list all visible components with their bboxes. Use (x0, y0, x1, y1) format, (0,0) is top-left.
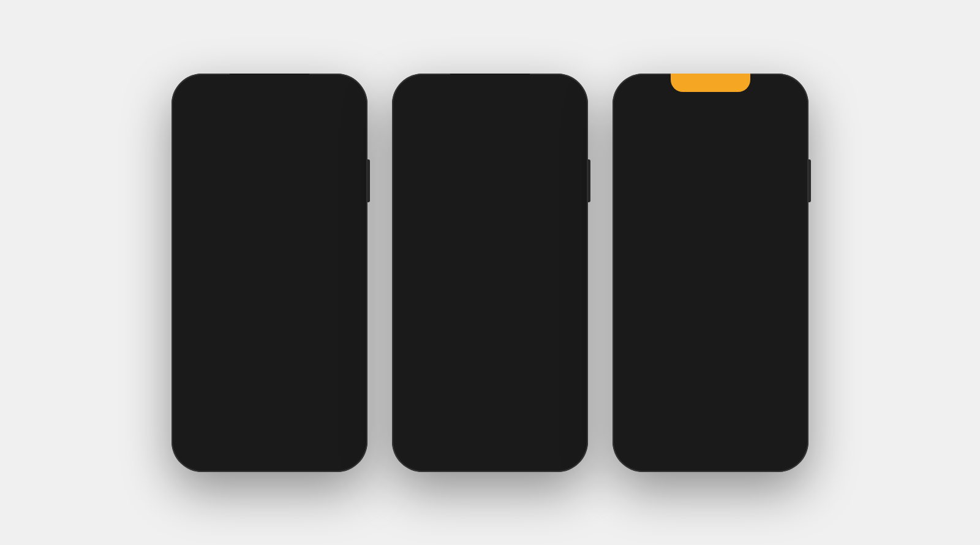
dot-2 (709, 308, 712, 312)
dot-1 (702, 308, 706, 312)
search-bar-wrapper: ‹ Search for advice (398, 107, 582, 135)
svg-point-50 (736, 348, 771, 383)
cat-icon-4 (538, 373, 565, 400)
hero-text-area: The Wake Up Press play The case for sche… (185, 223, 354, 290)
tag-sleep[interactable]: sleep (458, 139, 494, 154)
back-button-3[interactable]: ‹ (628, 109, 633, 125)
phone-2: 12:52 ▲▲▲ WiFi ▮ ‹ Search for advice (392, 74, 588, 472)
play-icon: ▶ (252, 274, 258, 284)
cat-label-3: Anger, sadness, and growth (415, 330, 538, 351)
svg-point-22 (553, 244, 556, 247)
svg-line-17 (431, 121, 433, 123)
tag-focus[interactable]: focus (499, 139, 535, 154)
signal-icon-3: ▲▲▲ (748, 93, 766, 99)
svg-point-54 (757, 362, 760, 365)
meditate-icon: ○ (229, 427, 236, 441)
bottom-card[interactable] (628, 437, 793, 465)
dot-indicators (628, 308, 793, 312)
recent-name-0: Northwest Rainforest (227, 341, 339, 351)
time-2: 12:52 (413, 91, 435, 101)
status-icons-1: ▲▲▲ WiFi ▮ (307, 93, 347, 99)
watch-button[interactable]: ▶ Watch (232, 268, 307, 290)
recent-meta-0: 🔊 Sleepcast · 45 min (227, 351, 339, 359)
tab-sleep[interactable]: ☽ Sleep (251, 427, 288, 449)
recent-section: Recent Northwest Rainforest (178, 302, 361, 414)
recent-name-1: Breathe (227, 387, 339, 397)
svg-rect-46 (662, 367, 674, 379)
phone3-desc: Begin your journey by learning the funda… (631, 127, 790, 148)
category-card-5[interactable]: Deepen your practice (405, 413, 575, 454)
tab-today[interactable]: ⊞ Today (178, 427, 214, 449)
hero-ball (222, 143, 239, 160)
category-card-3[interactable]: Anger, sadness, and growth (405, 319, 575, 361)
svg-point-24 (538, 288, 555, 297)
tab-focus[interactable]: ◎ Focus (325, 427, 361, 449)
category-card-0[interactable]: Politics without panic 💠 (405, 180, 575, 221)
category-card-6[interactable]: Focus at work (405, 459, 575, 466)
cat-label-4: Beginning meditation (415, 381, 509, 392)
hero-banner: The Wake Up Press play The case for sche… (185, 131, 354, 302)
search-input[interactable]: Search for advice (417, 110, 572, 129)
sleepcast-icon: 🔊 (227, 351, 235, 359)
svg-point-47 (667, 358, 669, 360)
profile-icon[interactable] (190, 109, 203, 126)
category-card-4[interactable]: Beginning meditation (405, 366, 575, 408)
cat-label-1: Weathering the storm (415, 242, 510, 252)
svg-point-53 (747, 362, 750, 365)
cat-label-5: Deepen your practice (415, 428, 509, 438)
recent-item-1[interactable]: Breathe › (190, 372, 349, 414)
sleep-icon: ☽ (264, 427, 275, 442)
cat-label-2: Reframe stress and relax (415, 288, 524, 299)
start-card-info-1: Basics 🔊 Course · 3–10 min Learn the fun… (714, 390, 793, 431)
svg-point-49 (674, 353, 684, 362)
tab-bar: ⊞ Today ○ Meditate ☽ Sleep ♡ Move ◎ Fo (178, 422, 361, 466)
phone-screen-1: 12:50 ▲▲▲ WiFi ▮ (178, 80, 361, 466)
start-card-title-0: Getting Started (628, 394, 707, 403)
basics-illustration (732, 344, 775, 387)
svg-point-6 (219, 218, 222, 221)
start-card-title-1: Basics (714, 394, 793, 403)
time-1: 12:50 (192, 91, 214, 101)
svg-text:💠: 💠 (544, 194, 559, 208)
recent-info-1: Breathe (227, 387, 339, 397)
back-button-2[interactable]: ‹ (408, 113, 412, 127)
expert-guidance-tag: ▶ Expert Guidance · 1 min (704, 286, 786, 297)
recent-thumb-0 (190, 335, 219, 365)
svg-point-27 (540, 376, 562, 398)
cat-label-0: Politics without panic (415, 195, 510, 205)
start-card-desc-0: Create the perfect conditions for your p… (628, 411, 707, 427)
svg-point-44 (725, 254, 733, 262)
search-icon[interactable] (337, 110, 349, 125)
tab-move[interactable]: ♡ Move (288, 427, 325, 449)
svg-point-16 (427, 116, 432, 121)
cat-icon-1 (538, 234, 565, 261)
search-placeholder: Search for advice (438, 115, 500, 124)
hero-subtitle: The Wake Up (185, 223, 354, 231)
recent-item-0[interactable]: Northwest Rainforest 🔊 Sleepcast · 45 mi… (190, 329, 349, 372)
hero-square2 (306, 147, 331, 172)
battery-icon-3: ▮ (784, 93, 788, 99)
wifi-icon-2: WiFi (548, 93, 561, 99)
chevron-icon-1: › (346, 387, 349, 398)
tab-meditate[interactable]: ○ Meditate (214, 427, 251, 449)
battery-icon-2: ▮ (564, 93, 567, 99)
category-card-1[interactable]: Weathering the storm (405, 226, 575, 268)
start-card-0[interactable]: Getting Started ▶ Expert Guidance · 1 mi… (628, 341, 707, 431)
svg-point-1 (339, 112, 346, 119)
svg-rect-26 (549, 342, 557, 351)
hero-desc: The case for scheduling some playtime th… (185, 253, 354, 261)
recent-info-0: Northwest Rainforest 🔊 Sleepcast · 45 mi… (227, 341, 339, 359)
category-card-2[interactable]: Reframe stress and relax (405, 273, 575, 314)
featured-card[interactable]: About the Basics (628, 188, 793, 303)
phone-screen-2: 12:52 ▲▲▲ WiFi ▮ ‹ Search for advice (398, 80, 582, 466)
phone3-header: ‹ Beginning meditation Begin your journe… (619, 107, 802, 160)
recent-title: Recent (190, 312, 349, 323)
svg-point-29 (554, 384, 557, 387)
start-card-meta-1: 🔊 Course · 3–10 min (714, 403, 793, 410)
tag-morning[interactable]: morning (408, 139, 453, 154)
start-card-1[interactable]: Basics 🔊 Course · 3–10 min Learn the fun… (714, 341, 793, 431)
tag-walk[interactable]: walk (408, 159, 441, 173)
expert-icon-0: ▶ (628, 403, 633, 410)
svg-point-40 (705, 248, 707, 251)
notch-1 (230, 74, 309, 92)
